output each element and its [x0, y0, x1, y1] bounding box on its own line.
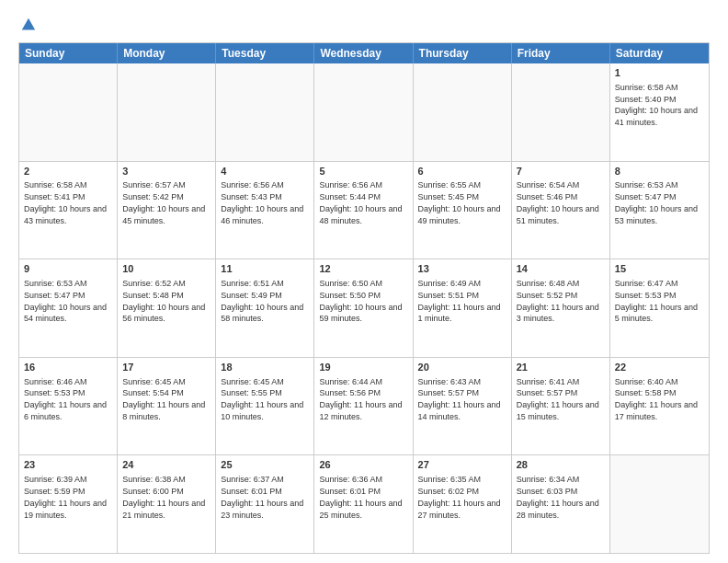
calendar-cell: 14Sunrise: 6:48 AM Sunset: 5:52 PM Dayli…: [512, 259, 610, 357]
calendar-cell: 16Sunrise: 6:46 AM Sunset: 5:53 PM Dayli…: [19, 358, 118, 455]
calendar-cell: 19Sunrise: 6:44 AM Sunset: 5:56 PM Dayli…: [314, 358, 413, 455]
day-info: Sunrise: 6:45 AM Sunset: 5:54 PM Dayligh…: [122, 377, 205, 421]
day-info: Sunrise: 6:34 AM Sunset: 6:03 PM Dayligh…: [517, 475, 599, 519]
logo: [18, 17, 37, 33]
day-number: 12: [319, 262, 407, 276]
svg-marker-0: [22, 18, 35, 30]
calendar-cell: 20Sunrise: 6:43 AM Sunset: 5:57 PM Dayli…: [414, 358, 512, 455]
day-number: 17: [122, 361, 210, 374]
day-info: Sunrise: 6:41 AM Sunset: 5:57 PM Dayligh…: [517, 377, 599, 421]
calendar-cell: [610, 455, 709, 553]
day-info: Sunrise: 6:51 AM Sunset: 5:49 PM Dayligh…: [221, 279, 303, 323]
day-number: 5: [319, 165, 407, 178]
calendar-cell: [118, 63, 216, 161]
calendar-cell: [414, 63, 512, 161]
day-header-friday: Friday: [512, 43, 610, 63]
calendar-cell: 6Sunrise: 6:55 AM Sunset: 5:45 PM Daylig…: [414, 162, 512, 259]
day-header-tuesday: Tuesday: [216, 43, 314, 63]
day-number: 24: [122, 458, 210, 472]
day-info: Sunrise: 6:53 AM Sunset: 5:47 PM Dayligh…: [615, 180, 698, 224]
day-number: 8: [615, 165, 704, 178]
calendar-cell: 18Sunrise: 6:45 AM Sunset: 5:55 PM Dayli…: [216, 358, 314, 455]
day-info: Sunrise: 6:43 AM Sunset: 5:57 PM Dayligh…: [418, 377, 501, 421]
day-number: 4: [221, 165, 309, 178]
calendar-cell: 26Sunrise: 6:36 AM Sunset: 6:01 PM Dayli…: [314, 455, 413, 553]
day-header-wednesday: Wednesday: [314, 43, 413, 63]
day-info: Sunrise: 6:46 AM Sunset: 5:53 PM Dayligh…: [24, 377, 107, 421]
day-number: 16: [24, 361, 112, 374]
header: [18, 17, 710, 33]
day-info: Sunrise: 6:45 AM Sunset: 5:55 PM Dayligh…: [221, 377, 303, 421]
calendar-cell: 21Sunrise: 6:41 AM Sunset: 5:57 PM Dayli…: [512, 358, 610, 455]
day-header-saturday: Saturday: [610, 43, 709, 63]
day-info: Sunrise: 6:56 AM Sunset: 5:44 PM Dayligh…: [319, 180, 402, 224]
day-info: Sunrise: 6:54 AM Sunset: 5:46 PM Dayligh…: [517, 180, 599, 224]
calendar-cell: 25Sunrise: 6:37 AM Sunset: 6:01 PM Dayli…: [216, 455, 314, 553]
day-info: Sunrise: 6:48 AM Sunset: 5:52 PM Dayligh…: [517, 279, 599, 323]
calendar-cell: 2Sunrise: 6:58 AM Sunset: 5:41 PM Daylig…: [19, 162, 118, 259]
day-header-sunday: Sunday: [19, 43, 118, 63]
day-info: Sunrise: 6:58 AM Sunset: 5:41 PM Dayligh…: [24, 180, 107, 224]
calendar-cell: 11Sunrise: 6:51 AM Sunset: 5:49 PM Dayli…: [216, 259, 314, 357]
day-info: Sunrise: 6:35 AM Sunset: 6:02 PM Dayligh…: [418, 475, 501, 519]
day-info: Sunrise: 6:57 AM Sunset: 5:42 PM Dayligh…: [122, 180, 205, 224]
calendar-cell: 10Sunrise: 6:52 AM Sunset: 5:48 PM Dayli…: [118, 259, 216, 357]
page: SundayMondayTuesdayWednesdayThursdayFrid…: [0, 0, 728, 563]
calendar-cell: 28Sunrise: 6:34 AM Sunset: 6:03 PM Dayli…: [512, 455, 610, 553]
calendar-cell: 22Sunrise: 6:40 AM Sunset: 5:58 PM Dayli…: [610, 358, 709, 455]
day-info: Sunrise: 6:37 AM Sunset: 6:01 PM Dayligh…: [221, 475, 303, 519]
day-number: 3: [122, 165, 210, 178]
day-number: 13: [418, 262, 506, 276]
calendar-week-2: 9Sunrise: 6:53 AM Sunset: 5:47 PM Daylig…: [19, 259, 709, 357]
day-info: Sunrise: 6:58 AM Sunset: 5:40 PM Dayligh…: [615, 83, 698, 127]
day-info: Sunrise: 6:55 AM Sunset: 5:45 PM Dayligh…: [418, 180, 501, 224]
day-number: 7: [517, 165, 605, 178]
calendar-cell: 23Sunrise: 6:39 AM Sunset: 5:59 PM Dayli…: [19, 455, 118, 553]
calendar-cell: [216, 63, 314, 161]
calendar-week-0: 1Sunrise: 6:58 AM Sunset: 5:40 PM Daylig…: [19, 63, 709, 161]
logo-icon: [20, 17, 37, 33]
day-number: 25: [221, 458, 309, 472]
calendar-cell: 8Sunrise: 6:53 AM Sunset: 5:47 PM Daylig…: [610, 162, 709, 259]
day-number: 23: [24, 458, 112, 472]
calendar: SundayMondayTuesdayWednesdayThursdayFrid…: [18, 42, 710, 554]
day-info: Sunrise: 6:49 AM Sunset: 5:51 PM Dayligh…: [418, 279, 501, 323]
day-header-monday: Monday: [118, 43, 216, 63]
day-info: Sunrise: 6:39 AM Sunset: 5:59 PM Dayligh…: [24, 475, 107, 519]
day-number: 2: [24, 165, 112, 178]
day-info: Sunrise: 6:47 AM Sunset: 5:53 PM Dayligh…: [615, 279, 698, 323]
day-info: Sunrise: 6:50 AM Sunset: 5:50 PM Dayligh…: [319, 279, 402, 323]
day-info: Sunrise: 6:56 AM Sunset: 5:43 PM Dayligh…: [221, 180, 303, 224]
day-number: 19: [319, 361, 407, 374]
day-info: Sunrise: 6:52 AM Sunset: 5:48 PM Dayligh…: [122, 279, 205, 323]
calendar-cell: 4Sunrise: 6:56 AM Sunset: 5:43 PM Daylig…: [216, 162, 314, 259]
calendar-cell: 15Sunrise: 6:47 AM Sunset: 5:53 PM Dayli…: [610, 259, 709, 357]
day-number: 11: [221, 262, 309, 276]
calendar-cell: 3Sunrise: 6:57 AM Sunset: 5:42 PM Daylig…: [118, 162, 216, 259]
day-info: Sunrise: 6:53 AM Sunset: 5:47 PM Dayligh…: [24, 279, 107, 323]
day-number: 20: [418, 361, 506, 374]
calendar-body: 1Sunrise: 6:58 AM Sunset: 5:40 PM Daylig…: [19, 63, 709, 553]
calendar-cell: [19, 63, 118, 161]
calendar-cell: 13Sunrise: 6:49 AM Sunset: 5:51 PM Dayli…: [414, 259, 512, 357]
day-number: 22: [615, 361, 704, 374]
calendar-cell: 5Sunrise: 6:56 AM Sunset: 5:44 PM Daylig…: [314, 162, 413, 259]
day-number: 21: [517, 361, 605, 374]
day-number: 14: [517, 262, 605, 276]
day-number: 28: [517, 458, 605, 472]
day-number: 6: [418, 165, 506, 178]
day-number: 10: [122, 262, 210, 276]
calendar-week-1: 2Sunrise: 6:58 AM Sunset: 5:41 PM Daylig…: [19, 161, 709, 259]
calendar-cell: 17Sunrise: 6:45 AM Sunset: 5:54 PM Dayli…: [118, 358, 216, 455]
calendar-cell: 12Sunrise: 6:50 AM Sunset: 5:50 PM Dayli…: [314, 259, 413, 357]
day-number: 18: [221, 361, 309, 374]
calendar-header: SundayMondayTuesdayWednesdayThursdayFrid…: [19, 43, 709, 63]
day-number: 9: [24, 262, 112, 276]
calendar-cell: 7Sunrise: 6:54 AM Sunset: 5:46 PM Daylig…: [512, 162, 610, 259]
calendar-cell: 24Sunrise: 6:38 AM Sunset: 6:00 PM Dayli…: [118, 455, 216, 553]
day-number: 1: [615, 66, 704, 80]
day-info: Sunrise: 6:38 AM Sunset: 6:00 PM Dayligh…: [122, 475, 205, 519]
day-number: 15: [615, 262, 704, 276]
calendar-cell: [512, 63, 610, 161]
day-info: Sunrise: 6:40 AM Sunset: 5:58 PM Dayligh…: [615, 377, 698, 421]
